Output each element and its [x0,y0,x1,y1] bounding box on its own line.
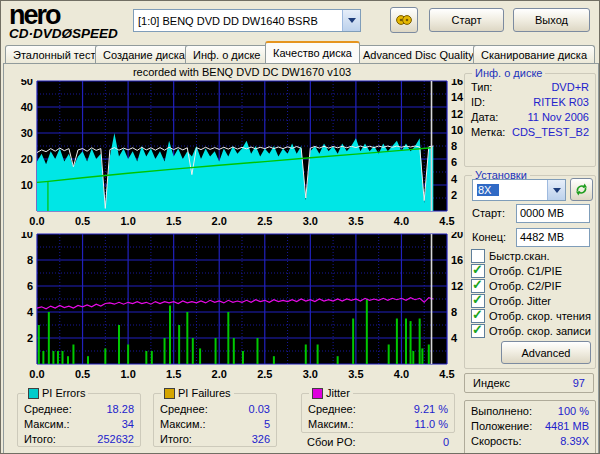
stat-row: Тип:DVD+R [471,80,589,95]
svg-text:8: 8 [451,306,457,318]
checkbox-icon[interactable]: ✓ [471,279,485,293]
advanced-button[interactable]: Advanced [501,341,591,364]
svg-text:2: 2 [451,189,457,201]
checkbox-icon[interactable]: ✓ [471,309,485,323]
tab-advanced-disc-quality[interactable]: Advanced Disc Quality [355,45,482,63]
disc-info-box: Инф. о диске Тип:DVD+RID:RITEK R03Дата:1… [464,73,596,167]
tab-disc-info[interactable]: Инф. о диске [185,45,268,63]
checkbox-item-0[interactable]: ✓Быстр.скан. [471,249,550,263]
svg-text:12: 12 [451,108,463,120]
stat-row: Среднее:18.28 [24,402,134,417]
stat-value: 11 Nov 2006 [527,110,589,125]
advanced-button-label: Advanced [522,347,571,359]
svg-text:0.0: 0.0 [29,368,44,380]
svg-text:0.0: 0.0 [29,215,44,227]
svg-text:1.5: 1.5 [166,215,181,227]
disc-info-tool-button[interactable] [390,7,418,33]
tab-disc-quality[interactable]: Качество диска [265,41,360,63]
stat-label: Максим.: [24,417,70,432]
pi-failures-rows: Среднее:0.03Максим.:5Итого:326 [160,402,270,447]
checkbox-item-5[interactable]: ✓Отобр. скор. записи [471,324,591,338]
pi-failures-jitter-chart: 108642201612840.00.51.01.52.02.53.03.54.… [9,232,469,384]
stat-label: Итого: [24,432,56,447]
svg-text:2.0: 2.0 [212,215,227,227]
device-select[interactable]: [1:0] BENQ DVD DD DW1640 BSRB [133,9,361,32]
po-failures-value: 0 [443,436,449,448]
svg-text:30: 30 [21,127,33,139]
pi-failures-legend-label: PI Failures [178,387,231,399]
disc-info-legend: Инф. о диске [472,67,545,79]
stat-value: DVD+R [551,80,589,95]
start-position-label: Старт: [472,207,505,219]
checkbox-label: Отобр. Jitter [489,295,551,307]
refresh-button[interactable] [570,178,593,201]
checkbox-item-4[interactable]: ✓Отобр. скор. чтения [471,309,591,323]
start-position-input[interactable]: 0000 MB [516,204,590,223]
svg-text:3.5: 3.5 [348,215,363,227]
chevron-down-icon[interactable] [547,180,565,200]
exit-button-label: Выход [535,14,568,26]
svg-text:20: 20 [21,153,33,165]
pi-errors-legend-swatch [28,388,39,399]
tab-benchmark[interactable]: Эталонный тест [5,45,103,63]
pi-errors-stats-box: PI Errors Среднее:18.28Максим.:34Итого:2… [17,393,141,447]
svg-text:4: 4 [451,332,458,344]
stat-label: Дата: [471,110,498,125]
stat-label: Метка: [471,125,505,140]
jitter-stats-box: Jitter Среднее:9.21 %Максим.:11.0 % [301,393,455,433]
checkbox-item-1[interactable]: ✓Отобр. C1/PIE [471,264,562,278]
device-select-value: [1:0] BENQ DVD DD DW1640 BSRB [134,15,342,27]
svg-text:8: 8 [27,254,33,266]
stat-value: 252632 [97,432,134,447]
svg-text:2.5: 2.5 [257,215,272,227]
end-position-input[interactable]: 4482 MB [516,228,590,247]
checkbox-item-3[interactable]: ✓Отобр. Jitter [471,294,551,308]
checkbox-item-2[interactable]: ✓Отобр. C2/PIF [471,279,561,293]
checkbox-label: Отобр. C1/PIE [489,265,562,277]
svg-text:3.5: 3.5 [348,368,363,380]
jitter-rows: Среднее:9.21 %Максим.:11.0 % [308,402,448,432]
stat-label: Выполнено: [471,404,532,419]
speed-select-value: 8X [477,184,499,196]
checkbox-icon[interactable]: ✓ [471,324,485,338]
svg-text:2: 2 [27,332,33,344]
checkbox-label: Быстр.скан. [489,250,550,262]
stat-value: RITEK R03 [533,95,589,110]
stat-row: Среднее:9.21 % [308,402,448,417]
svg-text:3.0: 3.0 [303,368,318,380]
svg-text:4.0: 4.0 [394,215,409,227]
po-failures-label: Сбои PO: [307,436,356,448]
stat-value: 4481 MB [545,419,589,434]
tab-scan-disc[interactable]: Сканирование диска [473,45,595,63]
start-button[interactable]: Старт [429,8,504,32]
checkbox-label: Отобр. скор. записи [489,325,591,337]
tab-create-disc[interactable]: Создание диска [95,45,193,63]
checkbox-icon[interactable]: ✓ [471,264,485,278]
stat-label: Максим.: [160,417,206,432]
refresh-icon [575,183,588,196]
stat-value: 9.21 % [414,402,448,417]
chevron-down-icon[interactable] [342,10,360,31]
progress-rows: Выполнено:100 %Положение:4481 MBСкорость… [471,404,589,449]
speed-select[interactable]: 8X [472,179,566,201]
stat-row: Дата:11 Nov 2006 [471,110,589,125]
jitter-legend-label: Jitter [326,387,350,399]
exit-button[interactable]: Выход [513,8,590,32]
svg-text:6: 6 [451,156,457,168]
stat-label: Положение: [471,419,532,434]
stat-row: Максим.:34 [24,417,134,432]
svg-text:0.5: 0.5 [75,368,90,380]
pi-errors-legend-label: PI Errors [42,387,85,399]
stat-row: Выполнено:100 % [471,404,589,419]
start-button-label: Старт [452,14,482,26]
checkbox-icon[interactable]: ✓ [471,294,485,308]
stat-row: Максим.:5 [160,417,270,432]
pi-failures-legend-swatch [164,388,175,399]
svg-text:10: 10 [21,179,33,191]
svg-text:4.0: 4.0 [394,368,409,380]
disc-info-rows: Тип:DVD+RID:RITEK R03Дата:11 Nov 2006Мет… [471,80,589,140]
stat-row: Среднее:0.03 [160,402,270,417]
stat-row: Итого:326 [160,432,270,447]
checkbox-icon[interactable]: ✓ [471,249,485,263]
svg-text:10: 10 [451,124,463,136]
